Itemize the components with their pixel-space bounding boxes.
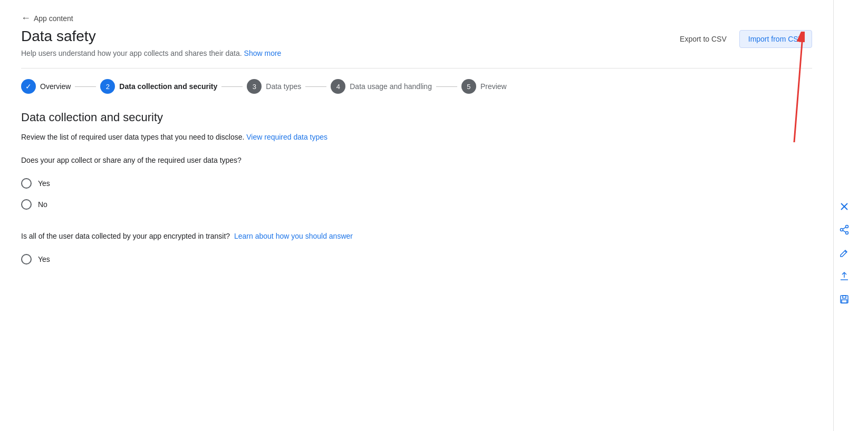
step-1-overview[interactable]: ✓ Overview [21,79,71,94]
step-1-label: Overview [40,82,71,91]
view-required-data-types-link[interactable]: View required data types [246,133,327,141]
step-4-circle: 4 [331,79,345,94]
question-2-yes-radio[interactable] [21,254,32,265]
step-3-label: Data types [266,82,301,91]
page-header: Data safety Help users understand how yo… [21,28,281,60]
question-1-yes-option[interactable]: Yes [21,173,812,194]
step-connector-4 [436,86,457,87]
question-1-no-label: No [38,200,47,209]
page-title: Data safety [21,28,281,45]
show-more-link[interactable]: Show more [244,49,282,57]
header-divider [21,68,812,68]
question-2-text: Is all of the user data collected by you… [21,232,812,240]
page-subtitle: Help users understand how your app colle… [21,49,281,57]
upload-icon[interactable] [838,270,851,282]
question-2-yes-option[interactable]: Yes [21,249,812,270]
step-5-circle: 5 [461,79,476,94]
step-5-preview[interactable]: 5 Preview [461,79,507,94]
svg-point-5 [845,232,848,234]
question-1-no-radio[interactable] [21,199,32,210]
learn-about-answer-link[interactable]: Learn about how you should answer [234,232,353,240]
step-4-label: Data usage and handling [350,82,432,91]
back-link-label: App content [34,14,73,23]
step-3-data-types[interactable]: 3 Data types [247,79,301,94]
svg-point-4 [845,226,848,228]
save-icon[interactable] [838,293,851,306]
question-1-no-option[interactable]: No [21,194,812,215]
section-title: Data collection and security [21,111,812,124]
stepper: ✓ Overview 2 Data collection and securit… [21,79,812,94]
svg-line-8 [843,230,845,232]
svg-point-6 [840,229,843,231]
question-2-yes-label: Yes [38,255,50,263]
question-1-block: Does your app collect or share any of th… [21,156,812,215]
step-2-label: Data collection and security [119,82,217,91]
close-icon[interactable] [838,200,851,213]
question-2-radio-group: Yes [21,249,812,270]
step-connector-2 [221,86,243,87]
section-description: Review the list of required user data ty… [21,133,812,141]
import-csv-button[interactable]: Import from CSV [739,30,812,48]
svg-rect-12 [843,296,846,298]
step-2-circle: 2 [100,79,115,94]
step-connector-1 [75,86,96,87]
back-link[interactable]: ← App content [21,13,812,24]
question-1-text: Does your app collect or share any of th… [21,156,812,164]
question-1-radio-group: Yes No [21,173,812,215]
step-connector-3 [305,86,326,87]
step-2-data-collection[interactable]: 2 Data collection and security [100,79,217,94]
step-4-data-usage[interactable]: 4 Data usage and handling [331,79,432,94]
step-5-label: Preview [480,82,507,91]
share-icon[interactable] [838,223,851,236]
question-1-yes-radio[interactable] [21,178,32,189]
back-arrow-icon: ← [21,13,31,24]
question-2-block: Is all of the user data collected by you… [21,232,812,270]
header-actions: Export to CSV Import from CSV [673,28,812,48]
export-csv-button[interactable]: Export to CSV [673,31,733,47]
svg-rect-13 [842,300,847,303]
svg-line-7 [843,227,845,229]
step-3-circle: 3 [247,79,262,94]
question-1-yes-label: Yes [38,179,50,188]
step-1-circle: ✓ [21,79,36,94]
edit-icon[interactable] [838,247,851,259]
right-sidebar [833,0,854,431]
